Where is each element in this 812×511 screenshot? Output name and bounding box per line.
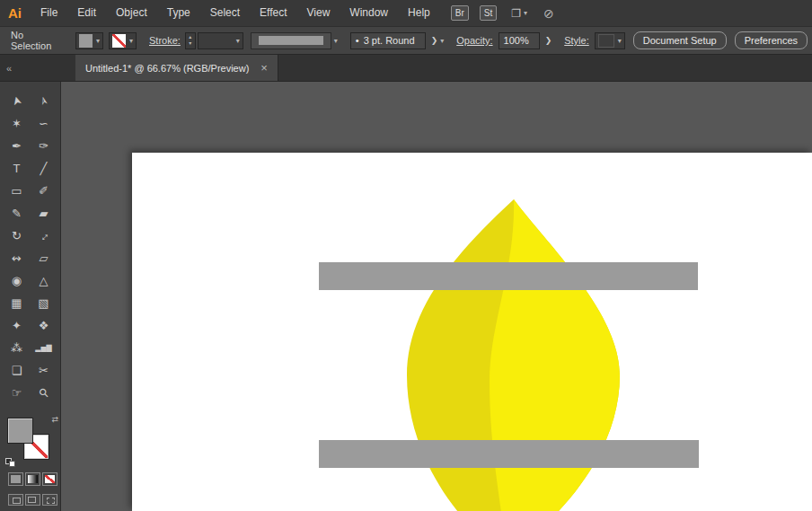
selection-status: No Selection — [11, 30, 61, 51]
opacity-input[interactable]: 100% — [499, 32, 540, 49]
gradient-tool[interactable]: ▧ — [31, 292, 57, 314]
gray-bar-bottom[interactable] — [319, 440, 699, 468]
chevron-right-icon[interactable]: ❯ — [431, 36, 438, 45]
control-bar: No Selection ▾ ▾ Stroke: ▴ ▾ ▾ ▾ • 3 pt.… — [0, 26, 812, 55]
fill-swatch[interactable] — [8, 418, 32, 443]
opacity-value: 100% — [504, 35, 529, 46]
style-panel-link[interactable]: Style: — [564, 35, 589, 46]
bridge-button[interactable]: Br — [451, 5, 469, 21]
tools-grid: ➤ ➢ ✶ ∽ ✒ ✑ T ╱ ▭ ✐ ✎ ▰ ↻ ↔ ↭ ▱ ◉ △ ▦ ▧ … — [0, 90, 60, 404]
brush-definition-dropdown[interactable]: • 3 pt. Round — [350, 32, 426, 49]
collapse-panel-icon[interactable]: « — [6, 63, 12, 74]
pencil-tool[interactable]: ✎ — [4, 202, 31, 225]
pasteboard[interactable] — [61, 82, 812, 511]
pen-tool[interactable]: ✒ — [4, 135, 31, 157]
width-profile-dropdown[interactable] — [251, 32, 331, 49]
selection-tool[interactable]: ➤ — [4, 90, 31, 112]
draw-normal-button[interactable] — [8, 494, 23, 506]
perspective-grid-tool[interactable]: △ — [31, 269, 57, 292]
menu-view[interactable]: View — [297, 0, 340, 26]
menu-edit[interactable]: Edit — [67, 0, 106, 26]
chevron-down-icon: ▾ — [236, 37, 240, 45]
stock-button[interactable]: St — [480, 5, 497, 21]
color-button[interactable] — [8, 472, 23, 486]
blend-tool[interactable]: ❖ — [31, 314, 57, 337]
chevron-down-icon: ▾ — [618, 37, 622, 45]
menu-bar: Ai File Edit Object Type Select Effect V… — [0, 0, 812, 26]
eraser-tool[interactable]: ▰ — [31, 202, 57, 225]
column-graph-tool[interactable]: ▂▅▇ — [31, 337, 57, 359]
direct-selection-tool[interactable]: ➢ — [31, 90, 57, 112]
drawing-mode-buttons — [8, 494, 60, 506]
stroke-weight-dropdown[interactable]: ▾ — [198, 32, 243, 49]
artboard[interactable] — [132, 153, 812, 511]
chevron-down-icon: ▾ — [440, 37, 444, 45]
document-tab-bar: « Untitled-1* @ 66.67% (RGB/Preview) × — [0, 55, 812, 82]
symbol-sprayer-tool[interactable]: ⁂ — [4, 337, 31, 359]
close-icon[interactable]: × — [260, 62, 268, 74]
gray-bar-top[interactable] — [319, 262, 698, 290]
draw-behind-button[interactable] — [25, 494, 40, 506]
opacity-panel-link[interactable]: Opacity: — [456, 35, 492, 46]
none-button[interactable] — [42, 472, 57, 486]
stroke-weight-stepper[interactable]: ▴ ▾ — [185, 32, 196, 49]
menu-type[interactable]: Type — [157, 0, 200, 26]
zoom-tool[interactable]: ⚲ — [31, 382, 57, 404]
gpu-performance-icon[interactable]: ⊘ — [543, 6, 554, 21]
style-dropdown[interactable]: ▾ — [595, 32, 625, 49]
width-profile-preview — [259, 36, 323, 45]
main-area: ➤ ➢ ✶ ∽ ✒ ✑ T ╱ ▭ ✐ ✎ ▰ ↻ ↔ ↭ ▱ ◉ △ ▦ ▧ … — [0, 82, 812, 511]
paintbrush-tool[interactable]: ✐ — [31, 180, 57, 202]
chevron-right-icon[interactable]: ❯ — [545, 36, 552, 45]
rectangle-tool[interactable]: ▭ — [4, 180, 31, 202]
artboard-tool[interactable]: ❏ — [4, 359, 31, 382]
chevron-down-icon: ▾ — [524, 9, 527, 17]
chevron-down-icon: ▾ — [129, 37, 133, 45]
style-swatch-icon — [598, 34, 614, 48]
free-transform-tool[interactable]: ▱ — [31, 247, 57, 269]
menu-file[interactable]: File — [31, 0, 67, 26]
gradient-icon — [28, 475, 38, 483]
color-button-swatch — [11, 475, 21, 483]
tools-panel: ➤ ➢ ✶ ∽ ✒ ✑ T ╱ ▭ ✐ ✎ ▰ ↻ ↔ ↭ ▱ ◉ △ ▦ ▧ … — [0, 82, 61, 511]
swap-fill-stroke-icon[interactable]: ⇄ — [51, 415, 58, 424]
illustrator-logo-icon: Ai — [8, 5, 22, 21]
menu-window[interactable]: Window — [340, 0, 398, 26]
default-fill-stroke-icon[interactable] — [5, 458, 16, 467]
chevron-down-icon: ▾ — [334, 37, 338, 45]
stepper-up-icon: ▴ — [189, 34, 191, 40]
gradient-button[interactable] — [25, 472, 40, 486]
line-segment-tool[interactable]: ╱ — [31, 157, 57, 180]
mesh-tool[interactable]: ▦ — [4, 292, 31, 314]
preferences-button[interactable]: Preferences — [735, 31, 808, 49]
document-tab[interactable]: Untitled-1* @ 66.67% (RGB/Preview) × — [75, 55, 278, 81]
none-icon — [45, 475, 55, 483]
menu-object[interactable]: Object — [106, 0, 157, 26]
fill-color — [9, 419, 33, 444]
eyedropper-tool[interactable]: ✦ — [4, 314, 31, 337]
menu-effect[interactable]: Effect — [250, 0, 296, 26]
workspace-switcher[interactable]: ❐ ▾ — [511, 7, 527, 20]
stepper-down-icon: ▾ — [189, 40, 191, 47]
width-tool[interactable]: ↭ — [4, 247, 31, 269]
scale-tool[interactable]: ↔ — [31, 225, 57, 247]
stroke-panel-link[interactable]: Stroke: — [149, 35, 181, 46]
shape-builder-tool[interactable]: ◉ — [4, 269, 31, 292]
menu-select[interactable]: Select — [200, 0, 250, 26]
brush-preview-icon: • — [356, 35, 359, 46]
chevron-down-icon: ▾ — [96, 37, 100, 45]
document-tab-title: Untitled-1* @ 66.67% (RGB/Preview) — [85, 63, 249, 74]
fill-color-dropdown[interactable]: ▾ — [75, 32, 103, 49]
hand-tool[interactable]: ☞ — [4, 382, 31, 404]
lasso-tool[interactable]: ∽ — [31, 112, 57, 135]
rotate-tool[interactable]: ↻ — [4, 225, 31, 247]
curvature-tool[interactable]: ✑ — [31, 135, 57, 157]
magic-wand-tool[interactable]: ✶ — [4, 112, 31, 135]
draw-inside-button[interactable] — [42, 494, 57, 506]
type-tool[interactable]: T — [4, 157, 31, 180]
stroke-color-dropdown[interactable]: ▾ — [109, 32, 137, 49]
default-stroke-mini — [9, 461, 15, 467]
document-setup-button[interactable]: Document Setup — [633, 31, 727, 49]
slice-tool[interactable]: ✂ — [31, 359, 57, 382]
menu-help[interactable]: Help — [398, 0, 440, 26]
